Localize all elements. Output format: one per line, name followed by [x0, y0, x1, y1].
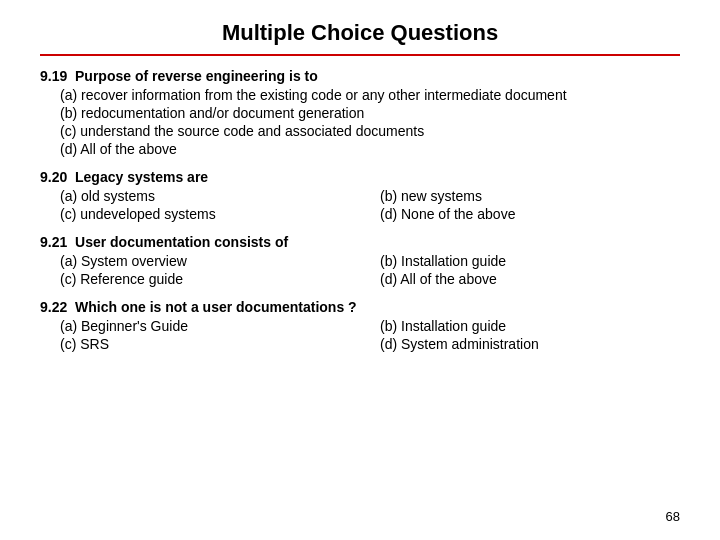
question-9-19-number: 9.19 — [40, 68, 67, 84]
option-a: (a) System overview — [60, 253, 380, 269]
question-9-20-title: 9.20 Legacy systems are — [40, 169, 680, 185]
option-c: (c) Reference guide — [60, 271, 380, 287]
option-b: (b) Installation guide — [380, 253, 680, 269]
question-9-21-number: 9.21 — [40, 234, 67, 250]
option-a: (a) old systems — [60, 188, 380, 204]
list-item: (c) understand the source code and assoc… — [60, 123, 680, 139]
option-a: (a) recover information from the existin… — [60, 87, 567, 103]
question-9-19-options: (a) recover information from the existin… — [40, 87, 680, 157]
option-d: (d) None of the above — [380, 206, 680, 222]
page-number: 68 — [666, 509, 680, 524]
option-b: (b) Installation guide — [380, 318, 680, 334]
question-9-20: 9.20 Legacy systems are (a) old systems … — [40, 169, 680, 222]
list-item: (c) undeveloped systems (d) None of the … — [60, 206, 680, 222]
question-9-19-text: Purpose of reverse engineering is to — [75, 68, 318, 84]
option-c: (c) SRS — [60, 336, 380, 352]
option-a: (a) Beginner's Guide — [60, 318, 380, 334]
option-d: (d) All of the above — [380, 271, 680, 287]
list-item: (a) recover information from the existin… — [60, 87, 680, 103]
title-underline — [40, 54, 680, 56]
page: Multiple Choice Questions 9.19 Purpose o… — [0, 0, 720, 540]
option-c: (c) undeveloped systems — [60, 206, 380, 222]
question-9-20-options: (a) old systems (b) new systems (c) unde… — [40, 188, 680, 222]
question-9-22-options: (a) Beginner's Guide (b) Installation gu… — [40, 318, 680, 352]
question-9-22-text: Which one is not a user documentations ? — [75, 299, 357, 315]
option-d: (d) System administration — [380, 336, 680, 352]
question-9-21-text: User documentation consists of — [75, 234, 288, 250]
list-item: (c) Reference guide (d) All of the above — [60, 271, 680, 287]
question-9-22-number: 9.22 — [40, 299, 67, 315]
title-container: Multiple Choice Questions — [40, 20, 680, 46]
option-b: (b) new systems — [380, 188, 680, 204]
list-item: (a) Beginner's Guide (b) Installation gu… — [60, 318, 680, 334]
question-9-21: 9.21 User documentation consists of (a) … — [40, 234, 680, 287]
page-title: Multiple Choice Questions — [40, 20, 680, 46]
option-b: (b) redocumentation and/or document gene… — [60, 105, 364, 121]
list-item: (b) redocumentation and/or document gene… — [60, 105, 680, 121]
question-9-22-title: 9.22 Which one is not a user documentati… — [40, 299, 680, 315]
question-9-21-title: 9.21 User documentation consists of — [40, 234, 680, 250]
question-9-20-text: Legacy systems are — [75, 169, 208, 185]
question-9-20-number: 9.20 — [40, 169, 67, 185]
question-9-22: 9.22 Which one is not a user documentati… — [40, 299, 680, 352]
list-item: (a) System overview (b) Installation gui… — [60, 253, 680, 269]
list-item: (c) SRS (d) System administration — [60, 336, 680, 352]
option-d: (d) All of the above — [60, 141, 177, 157]
list-item: (a) old systems (b) new systems — [60, 188, 680, 204]
question-9-19-title: 9.19 Purpose of reverse engineering is t… — [40, 68, 680, 84]
question-9-21-options: (a) System overview (b) Installation gui… — [40, 253, 680, 287]
question-9-19: 9.19 Purpose of reverse engineering is t… — [40, 68, 680, 157]
option-c: (c) understand the source code and assoc… — [60, 123, 424, 139]
list-item: (d) All of the above — [60, 141, 680, 157]
